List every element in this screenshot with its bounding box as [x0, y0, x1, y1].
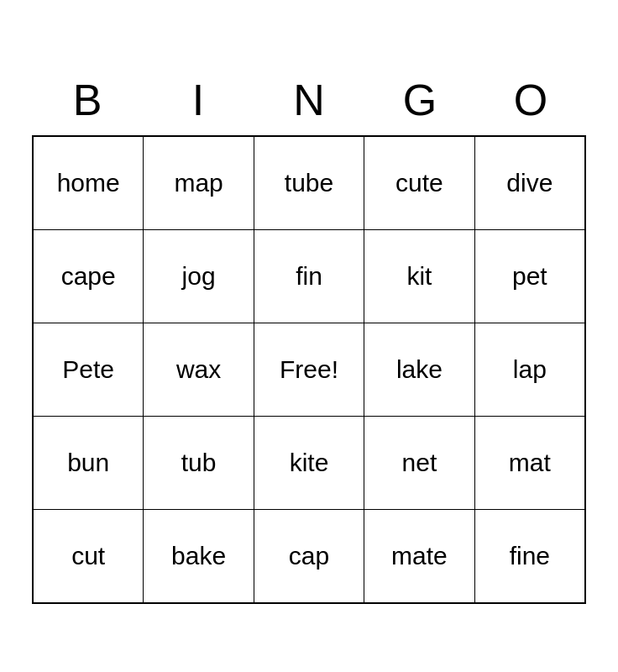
header-letter-b: B — [32, 68, 143, 132]
bingo-grid: homemaptubecutedivecapejogfinkitpetPetew… — [32, 135, 586, 604]
bingo-cell-2-2: Free! — [254, 323, 364, 416]
bingo-cell-3-3: net — [364, 417, 474, 509]
bingo-row-2: PetewaxFree!lakelap — [34, 323, 584, 417]
bingo-cell-4-0: cut — [34, 510, 144, 602]
bingo-cell-1-2: fin — [254, 230, 364, 323]
header-letter-o: O — [475, 68, 586, 132]
bingo-cell-0-2: tube — [254, 137, 364, 229]
bingo-cell-1-1: jog — [144, 230, 254, 323]
bingo-cell-2-3: lake — [364, 323, 474, 416]
bingo-cell-2-0: Pete — [34, 323, 144, 416]
bingo-row-4: cutbakecapmatefine — [34, 510, 584, 602]
bingo-row-3: buntubkitenetmat — [34, 417, 584, 510]
bingo-cell-4-3: mate — [364, 510, 474, 602]
bingo-cell-3-4: mat — [475, 417, 584, 509]
bingo-cell-3-1: tub — [144, 417, 254, 509]
bingo-cell-4-2: cap — [254, 510, 364, 602]
bingo-header: BINGO — [32, 68, 586, 132]
bingo-cell-2-4: lap — [475, 323, 584, 416]
header-letter-i: I — [143, 68, 254, 132]
bingo-cell-2-1: wax — [144, 323, 254, 416]
bingo-cell-0-1: map — [144, 137, 254, 229]
bingo-cell-1-4: pet — [475, 230, 584, 323]
bingo-cell-1-0: cape — [34, 230, 144, 323]
bingo-cell-4-1: bake — [144, 510, 254, 602]
bingo-cell-4-4: fine — [475, 510, 584, 602]
bingo-row-1: capejogfinkitpet — [34, 230, 584, 323]
bingo-cell-1-3: kit — [364, 230, 474, 323]
header-letter-n: N — [254, 68, 364, 132]
bingo-cell-3-2: kite — [254, 417, 364, 509]
header-letter-g: G — [364, 68, 475, 132]
bingo-cell-0-3: cute — [364, 137, 474, 229]
bingo-cell-0-0: home — [34, 137, 144, 229]
bingo-card: BINGO homemaptubecutedivecapejogfinkitpe… — [15, 51, 603, 621]
bingo-cell-3-0: bun — [34, 417, 144, 509]
bingo-row-0: homemaptubecutedive — [34, 137, 584, 230]
bingo-cell-0-4: dive — [475, 137, 584, 229]
